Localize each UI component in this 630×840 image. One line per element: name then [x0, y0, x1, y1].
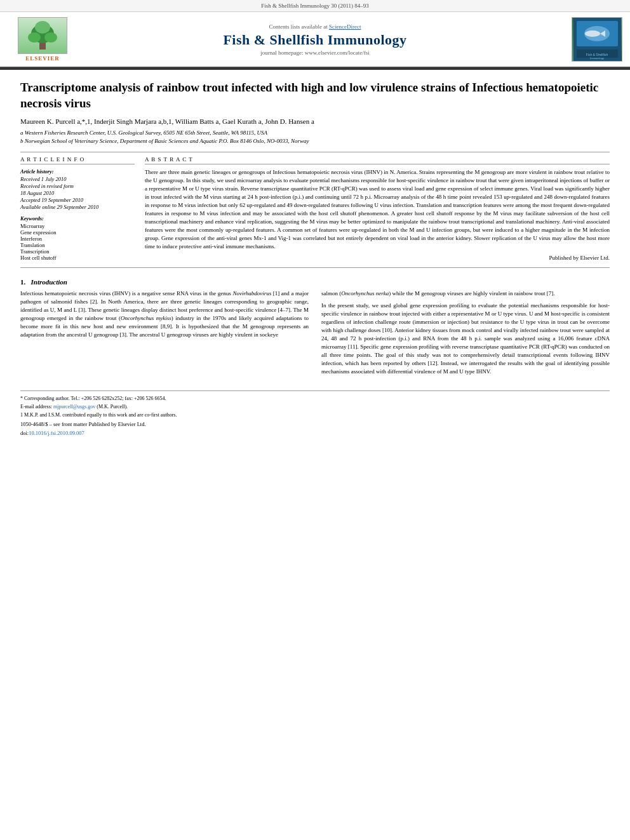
keyword-microarray: Microarray: [20, 223, 135, 229]
abstract-column: A B S T R A C T There are three main gen…: [145, 156, 610, 261]
journal-top-bar: Fish & Shellfish Immunology 30 (2011) 84…: [0, 0, 630, 12]
journal-title: Fish & Shellfish Immunology: [77, 32, 553, 48]
journal-volume-info: Fish & Shellfish Immunology 30 (2011) 84…: [261, 3, 369, 9]
keyword-transcription: Transcription: [20, 248, 135, 255]
svg-point-4: [35, 21, 50, 34]
keyword-translation: Translation: [20, 242, 135, 248]
introduction-body: Infectious hematopoietic necrosis virus …: [20, 290, 610, 380]
article-footer: * Corresponding author. Tel.: +206 526 6…: [20, 390, 610, 437]
issn-line: 1050-4648/$ – see front matter Published…: [20, 421, 610, 427]
revised-label: Received in revised form: [20, 183, 135, 189]
article-title: Transcriptome analysis of rainbow trout …: [20, 80, 610, 111]
revised-date: 18 August 2010: [20, 190, 135, 196]
elsevier-logo: ELSEVIER: [8, 17, 77, 62]
doi-line: doi:10.1016/j.fsi.2010.09.007: [20, 430, 610, 436]
doi-link[interactable]: 10.1016/j.fsi.2010.09.007: [29, 430, 84, 436]
journal-header: ELSEVIER Contents lists available at Sci…: [0, 12, 630, 68]
corresponding-author-note: * Corresponding author. Tel.: +206 526 6…: [20, 395, 610, 402]
svg-point-2: [28, 32, 41, 43]
author-email-link[interactable]: mjpurcell@usgs.gov: [53, 404, 95, 410]
main-content: Transcriptome analysis of rainbow trout …: [0, 70, 630, 446]
sciencedirect-notice: Contents lists available at ScienceDirec…: [77, 23, 553, 30]
elsevier-logo-area: ELSEVIER: [8, 17, 77, 62]
section-divider-top: [20, 152, 610, 152]
section-divider-mid: [20, 267, 610, 268]
journal-homepage: journal homepage: www.elsevier.com/locat…: [77, 50, 553, 56]
article-info-header: A R T I C L E I N F O: [20, 156, 135, 164]
intro-col-left: Infectious hematopoietic necrosis virus …: [20, 290, 309, 380]
authors-line: Maureen K. Purcell a,*,1, Inderjit Singh…: [20, 117, 610, 125]
keyword-host-cell-shutoff: Host cell shutoff: [20, 255, 135, 261]
svg-text:Immunology: Immunology: [590, 57, 604, 60]
intro-paragraph-1: Infectious hematopoietic necrosis virus …: [20, 290, 309, 339]
journal-cover-thumbnail: Fish & Shellfish Immunology: [572, 17, 622, 62]
received-date: Received 1 July 2010: [20, 176, 135, 182]
introduction-section: 1. Introduction Infectious hematopoietic…: [20, 278, 610, 380]
section-title: 1. Introduction: [20, 278, 610, 286]
abstract-header: A B S T R A C T: [145, 156, 610, 164]
email-note: E-mail address: mjpurcell@usgs.gov (M.K.…: [20, 403, 610, 410]
history-label: Article history:: [20, 168, 135, 175]
keyword-gene-expression: Gene expression: [20, 229, 135, 236]
sciencedirect-link[interactable]: ScienceDirect: [329, 23, 361, 30]
keywords-label: Keywords:: [20, 215, 135, 222]
cofirst-author-note: 1 M.K.P. and I.S.M. contributed equally …: [20, 411, 610, 418]
affiliation-a: a Western Fisheries Research Center, U.S…: [20, 129, 610, 137]
journal-thumbnail-area: Fish & Shellfish Immunology: [553, 17, 622, 62]
article-info-column: A R T I C L E I N F O Article history: R…: [20, 156, 135, 261]
intro-paragraph-2: salmon (Oncorhynchus nerka) while the M …: [321, 290, 610, 298]
journal-header-center: Contents lists available at ScienceDirec…: [77, 23, 553, 56]
available-date: Available online 29 September 2010: [20, 204, 135, 210]
keyword-interferon: Interferon: [20, 236, 135, 242]
elsevier-brand-text: ELSEVIER: [25, 55, 60, 62]
abstract-text: There are three main genetic lineages or…: [145, 168, 610, 251]
svg-point-8: [585, 30, 600, 37]
affiliations: a Western Fisheries Research Center, U.S…: [20, 129, 610, 145]
svg-point-3: [44, 32, 57, 43]
intro-col-right: salmon (Oncorhynchus nerka) while the M …: [321, 290, 610, 380]
accepted-date: Accepted 19 September 2010: [20, 197, 135, 203]
intro-paragraph-3: In the present study, we used global gen…: [321, 302, 610, 376]
affiliation-b: b Norwegian School of Veterinary Science…: [20, 137, 610, 145]
abstract-published-by: Published by Elsevier Ltd.: [145, 255, 610, 261]
elsevier-tree-image: [18, 17, 67, 54]
article-info-abstract-section: A R T I C L E I N F O Article history: R…: [20, 156, 610, 261]
